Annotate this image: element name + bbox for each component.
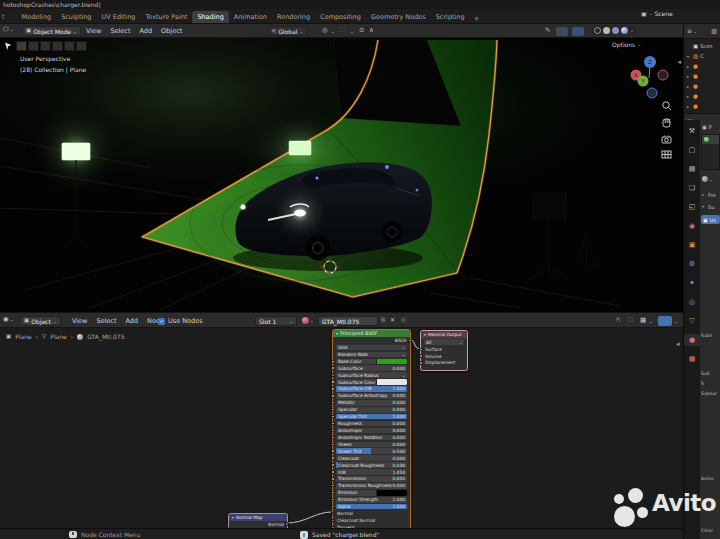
slider-widget[interactable]: Metallic0.000	[336, 400, 407, 406]
bsdf-row-subsurface[interactable]: Subsurface0.000	[333, 365, 410, 372]
tool-move-icon[interactable]	[40, 41, 51, 51]
input-socket[interactable]	[419, 348, 422, 351]
add-workspace-button[interactable]: +	[470, 15, 484, 23]
dropdown-widget[interactable]: Subsurface Radius⌄	[336, 372, 407, 378]
input-socket[interactable]	[331, 387, 334, 390]
slider-widget[interactable]: Specular0.000	[336, 407, 407, 413]
wireframe-shading-icon[interactable]	[594, 27, 601, 34]
scene-selector[interactable]: ▣ ⌄ Scene	[641, 10, 673, 17]
tool-rotate-icon[interactable]	[52, 41, 63, 51]
menu-add[interactable]: Add	[140, 27, 153, 35]
properties-tab-object[interactable]: ▣	[684, 239, 700, 251]
use-nodes-button[interactable]: ▣ Us	[701, 215, 720, 224]
dropdown-widget[interactable]: GGX⌄	[336, 345, 407, 351]
input-socket[interactable]	[331, 498, 334, 501]
collapse-icon[interactable]: ▾	[336, 331, 338, 336]
workspace-tab-modeling[interactable]: Modeling	[17, 11, 57, 23]
bsdf-row-alpha[interactable]: Alpha1.000	[333, 503, 410, 510]
workspace-tab-scripting[interactable]: Scripting	[431, 11, 470, 23]
input-socket[interactable]	[331, 477, 334, 480]
bsdf-row-roughness[interactable]: Roughness0.000	[333, 420, 410, 427]
unlink-button[interactable]: ✕	[390, 317, 395, 323]
input-socket[interactable]	[331, 512, 334, 515]
output-target-dropdown[interactable]: All⌄	[421, 338, 467, 346]
workspace-tab-shading[interactable]: Shading	[192, 11, 228, 23]
bsdf-row-subsurface-anisotropy[interactable]: Subsurface Anisotropy0.000	[333, 392, 410, 399]
input-socket[interactable]	[419, 354, 422, 357]
bsdf-row-transmission[interactable]: Transmission0.000	[333, 476, 410, 483]
bsdf-row-anisotropic-rotation[interactable]: Anisotropic Rotation0.000	[333, 434, 410, 441]
properties-tab-object-data[interactable]: ▽	[684, 315, 700, 327]
axis-z-neg-ball[interactable]	[647, 88, 657, 98]
slider-widget[interactable]: Anisotropic0.000	[336, 428, 407, 434]
color-swatch[interactable]	[376, 379, 407, 385]
input-socket[interactable]	[331, 519, 334, 522]
color-swatch[interactable]	[376, 359, 407, 365]
tool-transform-icon[interactable]	[76, 41, 87, 51]
properties-tab-physics[interactable]: ◎	[684, 296, 700, 308]
material-browse-dropdown[interactable]: ⌄	[302, 317, 314, 324]
bsdf-row-ior[interactable]: IOR1.450	[333, 469, 410, 476]
slot-dropdown[interactable]: Slot 1 ⌄	[255, 316, 297, 326]
collapse-sidebar-icon[interactable]: ◂	[677, 58, 681, 66]
bsdf-row-clearcoat-roughness[interactable]: Clearcoat Roughness0.030	[333, 462, 410, 469]
bsdf-row-anisotropic[interactable]: Anisotropic0.000	[333, 427, 410, 434]
menu-select[interactable]: Select	[110, 27, 130, 35]
properties-tab-texture[interactable]: ▦	[684, 353, 700, 365]
outliner-row[interactable]: ▾▧C	[684, 51, 720, 61]
bsdf-row-specular-tint[interactable]: Specular Tint1.000	[333, 413, 410, 420]
bsdf-row-sheen-tint[interactable]: Sheen Tint0.500	[333, 448, 410, 455]
input-socket[interactable]	[331, 380, 334, 383]
input-socket[interactable]	[331, 491, 334, 494]
material-slot-list[interactable]	[701, 134, 720, 170]
workspace-tab-rendering[interactable]: Rendering	[272, 11, 315, 23]
workspace-tab-partial[interactable]: t	[0, 11, 7, 23]
expand-icon[interactable]: ▸	[687, 64, 691, 69]
chevron-down-icon[interactable]: ⌄	[674, 319, 678, 324]
material-name-field[interactable]: GTA_Mtl.075	[318, 316, 378, 326]
expand-icon[interactable]: ▾	[687, 54, 691, 59]
mode-dropdown[interactable]: ▣ Object Mode ⌄	[22, 26, 81, 36]
chevron-down-icon[interactable]: ⌄	[350, 29, 354, 34]
expand-icon[interactable]: ▸	[687, 74, 691, 79]
input-socket[interactable]	[331, 456, 334, 459]
input-socket[interactable]	[331, 463, 334, 466]
parent-node-tree-icon[interactable]: ⇱	[616, 317, 621, 324]
input-socket[interactable]	[331, 484, 334, 487]
outliner-row[interactable]: ▣Scen	[684, 41, 720, 51]
editor-type-selector[interactable]: ⬡ ⌄	[3, 26, 13, 33]
chevron-down-icon[interactable]: ⌄	[649, 319, 653, 324]
slider-widget[interactable]: Subsurface0.000	[336, 365, 407, 371]
menu-view[interactable]: View	[86, 27, 101, 35]
bsdf-row-subsurface-radius[interactable]: Subsurface Radius⌄	[333, 372, 410, 379]
slider-widget[interactable]: Transmission Roughness0.000	[336, 483, 407, 489]
slider-widget[interactable]: Subsurface IOR1.400	[336, 386, 407, 392]
properties-tab-render[interactable]: ▢	[684, 144, 700, 156]
bsdf-row-sheen[interactable]: Sheen0.000	[333, 441, 410, 448]
slider-widget[interactable]: Alpha1.000	[336, 504, 407, 510]
slider-widget[interactable]: Clearcoat0.000	[336, 455, 407, 461]
color-swatch[interactable]	[376, 490, 407, 496]
expand-icon[interactable]: ▸	[687, 104, 691, 109]
solid-shading-icon[interactable]	[603, 27, 610, 34]
preview-section[interactable]: ▸ Pre	[702, 192, 720, 198]
proportional-editing-icon[interactable]: ⊙	[359, 27, 364, 34]
workspace-tab-compositing[interactable]: Compositing	[315, 11, 366, 23]
input-socket[interactable]	[331, 470, 334, 473]
input-socket[interactable]	[331, 449, 334, 452]
material-preview-icon[interactable]	[612, 27, 619, 34]
dropdown-widget[interactable]: Random Walk⌄	[336, 352, 407, 358]
input-socket[interactable]	[331, 394, 334, 397]
slider-widget[interactable]: Clearcoat Roughness0.030	[336, 462, 407, 468]
tool-select-box-icon[interactable]	[16, 41, 27, 51]
collapse-sidebar-icon[interactable]: ◂	[676, 340, 680, 348]
pin-icon[interactable]: ⊹	[401, 317, 406, 324]
slider-widget[interactable]: Roughness0.000	[336, 421, 407, 427]
slider-widget[interactable]: Specular Tint1.000	[336, 414, 407, 420]
bsdf-row-subsurface-color[interactable]: Subsurface Color	[333, 379, 410, 386]
outliner-row[interactable]: ▸●	[684, 71, 720, 81]
node-principled-bsdf[interactable]: ▾ Principled BSDF BSDF GGX⌄Random Walk⌄B…	[332, 329, 411, 532]
input-socket[interactable]	[331, 408, 334, 411]
properties-tab-scene[interactable]: ◱	[684, 201, 700, 213]
rendered-shading-icon[interactable]	[621, 27, 628, 34]
